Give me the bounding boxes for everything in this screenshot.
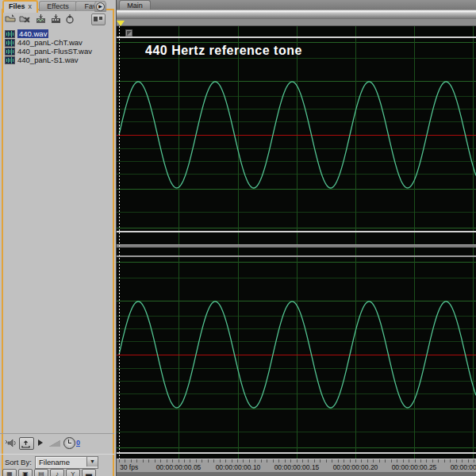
autoplay-delay-value[interactable]: 0 <box>76 439 80 447</box>
right-channel-wave <box>119 301 476 408</box>
timeline-label: 00:00:00:00.15 <box>274 463 320 471</box>
import-audio-icon[interactable] <box>35 13 47 24</box>
files-toolbar <box>3 13 113 26</box>
main-panel: Main 440 Hertz reference tone 30 fp <box>117 0 476 476</box>
audio-file-icon <box>5 39 15 47</box>
volume-slider[interactable] <box>49 440 60 447</box>
file-type-filter-buttons: ▦ ▣ ▤ ♪ Y ▬ <box>2 469 96 476</box>
file-row-440-panl-cht[interactable]: 440_panL-ChT.wav <box>5 38 112 47</box>
files-panel-tabbar: Filesx Effects Fav ▶ <box>0 0 117 11</box>
top-ruler[interactable] <box>117 19 476 26</box>
audio-file-icon <box>5 56 15 64</box>
fps-label: 30 fps <box>120 463 138 471</box>
file-name: 440_panL-FlusST.wav <box>17 47 92 56</box>
show-markers-button[interactable]: ▬ <box>82 469 96 476</box>
autoplay-speaker-icon[interactable] <box>5 438 17 448</box>
filter-button[interactable]: Y <box>66 469 80 476</box>
file-row-440-panl-s1[interactable]: 440_panL-S1.wav <box>5 56 112 64</box>
file-name: 440_panL-ChT.wav <box>17 38 83 47</box>
panel-menu-button[interactable]: ▶ <box>94 1 106 12</box>
file-name: 440_panL-S1.wav <box>17 56 79 64</box>
timeline-label: 00:00:00:00.30 <box>451 463 476 471</box>
audio-file-icon <box>5 30 15 38</box>
active-panel-border <box>2 9 114 476</box>
annotation-text: 440 Hertz reference tone <box>145 44 302 58</box>
timeline-ruler[interactable]: 30 fps 00:00:00:00.0500:00:00:00.1000:00… <box>117 459 476 472</box>
sort-by-dropdown[interactable]: Filename ▼ <box>35 456 98 469</box>
view-range-bar[interactable] <box>117 10 476 19</box>
file-name: 440.wav <box>17 29 48 38</box>
show-options-toggle[interactable] <box>91 13 106 25</box>
playhead-marker[interactable] <box>117 21 125 26</box>
tab-main[interactable]: Main <box>119 0 151 10</box>
timeline-label: 00:00:00:00.05 <box>156 463 202 471</box>
file-row-440[interactable]: 440.wav <box>5 29 112 38</box>
timeline-label: 00:00:00:00.25 <box>392 463 437 471</box>
playhead-line[interactable] <box>119 26 120 459</box>
capture-audio-icon[interactable] <box>64 13 76 24</box>
tab-effects[interactable]: Effects <box>39 1 77 11</box>
show-loop-files-button[interactable]: ▣ <box>18 469 33 476</box>
follow-playback-button[interactable] <box>19 437 34 450</box>
waveform-display[interactable]: 440 Hertz reference tone <box>117 26 476 459</box>
close-file-icon[interactable] <box>19 13 31 24</box>
autoplay-delay-clock-icon[interactable] <box>63 437 75 449</box>
play-button[interactable] <box>38 440 43 446</box>
close-tab-icon[interactable]: x <box>29 2 33 10</box>
tab-effects-label: Effects <box>47 2 68 10</box>
show-video-files-button[interactable]: ▤ <box>34 469 48 476</box>
file-list: 440.wav 440_panL-ChT.wav 440_panL-FlusST… <box>5 29 112 64</box>
show-audio-files-button[interactable]: ▦ <box>2 469 17 476</box>
tab-files[interactable]: Filesx <box>2 0 38 13</box>
timeline-label: 00:00:00:00.10 <box>216 463 261 471</box>
panel-menu-arrow-icon: ▶ <box>96 2 105 11</box>
files-transport-bar: 0 <box>0 433 114 455</box>
import-video-icon[interactable] <box>50 13 62 24</box>
bottom-edge-strip <box>117 472 476 476</box>
sort-by-label: Sort By: <box>5 458 32 466</box>
main-tabbar: Main <box>117 0 476 10</box>
audio-file-icon <box>5 48 15 56</box>
timeline-label: 00:00:00:00.20 <box>333 463 378 471</box>
clip-properties-icon[interactable] <box>125 29 132 36</box>
tab-files-label: Files <box>9 2 25 10</box>
left-channel-wave <box>119 82 476 188</box>
sort-row: Sort By: Filename ▼ <box>0 455 114 469</box>
sort-by-value: Filename <box>39 458 70 466</box>
dropdown-arrow-icon[interactable]: ▼ <box>86 457 98 466</box>
timeline-ticks <box>119 459 476 463</box>
import-file-icon[interactable] <box>5 13 17 24</box>
sine-waveforms <box>117 26 476 459</box>
file-row-440-panl-flusst[interactable]: 440_panL-FlusST.wav <box>5 47 112 56</box>
show-midi-files-button[interactable]: ♪ <box>50 469 64 476</box>
files-panel: Filesx Effects Fav ▶ <box>0 0 117 476</box>
